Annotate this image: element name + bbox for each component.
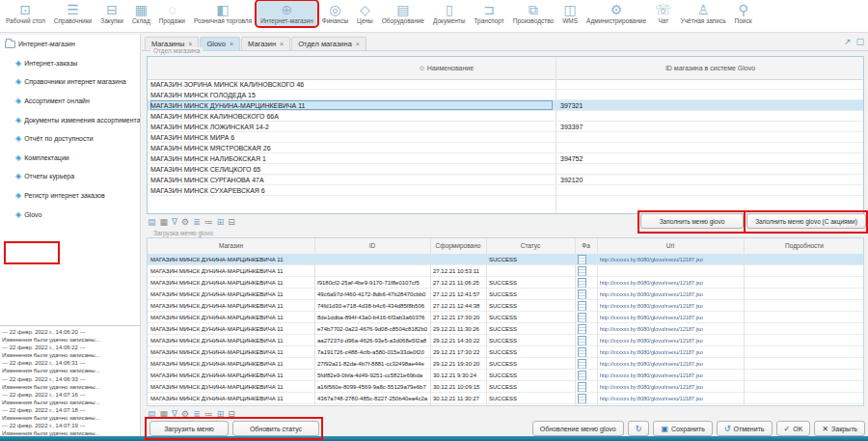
- toolbar-item-catalog[interactable]: ☰Справочники: [50, 1, 95, 26]
- menu-url-cell[interactable]: http://xxxxxx.by:8080/glovo/menu/12187.j…: [600, 289, 743, 299]
- menu-formed-cell[interactable]: 27.12.21 17:30:20: [433, 312, 485, 322]
- menu-column-header[interactable]: Url: [597, 242, 744, 249]
- menu-id-cell[interactable]: 7a191726-c488-4cfb-a580-015e33de0f20: [317, 346, 428, 357]
- menu-url-cell[interactable]: http://xxxxxx.by:8080/glovo/menu/12187.j…: [600, 277, 743, 288]
- file-icon[interactable]: [578, 278, 586, 288]
- menu-column-header[interactable]: Статус: [486, 242, 575, 249]
- menu-url-link[interactable]: http://xxxxxx.by:8080/glovo/menu/12187.j…: [600, 372, 703, 378]
- menu-url-cell[interactable]: http://xxxxxx.by:8080/glovo/menu/12187.j…: [600, 381, 743, 392]
- menu-url-cell[interactable]: [600, 265, 743, 276]
- menu-table-row[interactable]: МАГАЗИН МИНСК ДУНИНА-МАРЦИНКЕВИЧА 11a16f…: [148, 381, 863, 393]
- menu-shop-cell[interactable]: МАГАЗИН МИНСК ДУНИНА-МАРЦИНКЕВИЧА 11: [150, 254, 312, 264]
- menu-file-cell[interactable]: [578, 265, 595, 276]
- menu-details-cell[interactable]: [746, 381, 862, 392]
- table-row[interactable]: МАГАЗИН МИНСК СЕЛИЦКОГО 65: [148, 164, 863, 175]
- shop-glovo-id-cell[interactable]: [560, 164, 859, 174]
- shops-table[interactable]: ⊙ Наименование ID магазина в системе Glo…: [147, 56, 864, 214]
- menu-file-cell[interactable]: [578, 381, 595, 392]
- tab-отдел-магазина[interactable]: Отдел магазина×: [291, 37, 366, 50]
- menu-table-row[interactable]: МАГАЗИН МИНСК ДУНИНА-МАРЦИНКЕВИЧА 115fdf…: [148, 370, 863, 381]
- shop-glovo-id-cell[interactable]: 393397: [560, 122, 859, 131]
- toolbar-item-retail[interactable]: ◧Розничная торговля: [190, 1, 256, 26]
- column-header-glovo-id[interactable]: ID магазина в системе Glovo: [556, 65, 864, 71]
- file-icon[interactable]: [578, 347, 586, 357]
- menu-status-cell[interactable]: SUCCESS: [489, 393, 573, 403]
- file-icon[interactable]: [578, 382, 586, 392]
- menu-details-cell[interactable]: [746, 289, 862, 299]
- shop-name-cell[interactable]: МАГАЗИН МИНСК ДУНИНА-МАРЦИНКЕВИЧА 11: [150, 100, 553, 110]
- table-row[interactable]: МАГАЗИН МИНСК КАЛИНОВСКОГО 66А: [148, 111, 863, 122]
- shop-glovo-id-cell[interactable]: [560, 132, 859, 142]
- menu-file-cell[interactable]: [578, 370, 595, 380]
- menu-details-cell[interactable]: [746, 300, 862, 311]
- sidebar-item-отчеты-курьера[interactable]: ◈Отчеты курьера: [0, 167, 140, 186]
- file-icon[interactable]: [578, 336, 586, 345]
- shop-glovo-id-cell[interactable]: [560, 185, 859, 195]
- menu-shop-cell[interactable]: МАГАЗИН МИНСК ДУНИНА-МАРЦИНКЕВИЧА 11: [150, 335, 312, 345]
- menu-url-cell[interactable]: http://xxxxxx.by:8080/glovo/menu/12187.j…: [600, 346, 743, 357]
- menu-shop-cell[interactable]: МАГАЗИН МИНСК ДУНИНА-МАРЦИНКЕВИЧА 11: [150, 370, 312, 380]
- menu-details-cell[interactable]: [746, 277, 862, 288]
- menu-url-cell[interactable]: http://xxxxxx.by:8080/glovo/menu/12187.j…: [600, 323, 743, 334]
- menu-id-cell[interactable]: aa27237d-d96a-4626-93e5-a3d068e5f2a8: [317, 335, 428, 345]
- sidebar-item-интернет-заказы[interactable]: ◈Интернет-заказы: [0, 54, 140, 73]
- menu-status-cell[interactable]: SUCCESS: [489, 335, 573, 345]
- menu-table[interactable]: МагазинIDСформированоСтатусФаUrlПодробно…: [147, 237, 864, 406]
- shop-glovo-id-cell[interactable]: [560, 143, 859, 152]
- menu-id-cell[interactable]: 49c6a97d-f460-4172-8db6-47b28470cbb0: [317, 289, 428, 299]
- menu-table-row[interactable]: МАГАЗИН МИНСК ДУНИНА-МАРЦИНКЕВИЧА 118de1…: [148, 312, 863, 323]
- menu-file-cell[interactable]: [578, 404, 595, 406]
- menu-details-cell[interactable]: [746, 323, 862, 334]
- list1-icon[interactable]: ≣: [193, 217, 201, 227]
- sidebar-item-root[interactable]: Интернет-магазин: [0, 35, 140, 54]
- table-row[interactable]: МАГАЗИН МИНСК МИРА 6: [148, 132, 863, 143]
- menu-url-cell[interactable]: http://xxxxxx.by:8080/glovo/menu/12187.j…: [600, 335, 743, 345]
- toolbar-item-production[interactable]: ⧉Производство: [509, 1, 557, 26]
- toolbar-item-documents[interactable]: ▯Документы: [429, 1, 470, 26]
- menu-url-cell[interactable]: http://xxxxxx.by:8080/glovo/menu/12187.j…: [600, 393, 743, 403]
- menu-url-cell[interactable]: http://xxxxxx.by:8080/glovo/menu/12187.j…: [600, 312, 743, 322]
- menu-url-link[interactable]: http://xxxxxx.by:8080/glovo/menu/12187.j…: [600, 326, 703, 332]
- table-row[interactable]: МАГАЗИН МИНСК ГОЛОДЕДА 15: [148, 90, 863, 100]
- menu-table-row[interactable]: МАГАЗИН МИНСК ДУНИНА-МАРЦИНКЕВИЧА 11aa27…: [148, 335, 863, 346]
- menu-details-cell[interactable]: [746, 335, 862, 345]
- menu-id-cell[interactable]: [317, 254, 428, 264]
- menu-column-header[interactable]: Подробности: [744, 242, 864, 249]
- file-icon[interactable]: [578, 266, 586, 276]
- menu-id-cell[interactable]: 8de1ddba-894f-43a0-b416-6f3ab3a60376: [317, 312, 428, 322]
- file-icon[interactable]: [578, 324, 586, 334]
- menu-formed-cell[interactable]: 30.12.21 9:30:24: [433, 370, 485, 380]
- toolbar-item-chat[interactable]: ☏Чат: [651, 1, 676, 26]
- tab-close-icon[interactable]: ×: [188, 41, 192, 47]
- shop-name-cell[interactable]: МАГАЗИН МИНСК ГОЛОДЕДА 15: [150, 90, 553, 99]
- toolbar-item-equipment[interactable]: ▤Оборудование: [378, 1, 428, 26]
- table-row[interactable]: МАГАЗИН МИНСК СУХАРЕВСКАЯ 6: [148, 185, 863, 196]
- menu-status-cell[interactable]: SUCCESS: [489, 358, 573, 369]
- file-icon[interactable]: [578, 371, 586, 380]
- menu-table-row[interactable]: МАГАЗИН МИНСК ДУНИНА-МАРЦИНКЕВИЧА 114367…: [148, 393, 863, 404]
- exp2-icon[interactable]: ⊟: [228, 409, 235, 419]
- menu-status-cell[interactable]: SUCCESS: [489, 289, 573, 299]
- gear-icon[interactable]: ⚙: [181, 409, 189, 419]
- menu-table-row[interactable]: МАГАЗИН МИНСК ДУНИНА-МАРЦИНКЕВИЧА 11e74b…: [148, 323, 863, 335]
- menu-file-cell[interactable]: [578, 254, 595, 264]
- menu-file-cell[interactable]: [578, 277, 595, 288]
- menu-shop-cell[interactable]: МАГАЗИН МИНСК ДУНИНА-МАРЦИНКЕВИЧА 11: [150, 381, 312, 392]
- menu-file-cell[interactable]: [578, 323, 595, 334]
- shop-name-cell[interactable]: МАГАЗИН ЗОРИНА МИНСК КАЛИНОВСКОГО 46: [150, 79, 553, 89]
- menu-details-cell[interactable]: [746, 254, 862, 264]
- list1-icon[interactable]: ≣: [193, 409, 201, 419]
- filter-icon[interactable]: ∇: [172, 217, 177, 227]
- grid2-icon[interactable]: ▦: [160, 409, 169, 419]
- menu-url-link[interactable]: http://xxxxxx.by:8080/glovo/menu/12187.j…: [600, 303, 703, 309]
- menu-formed-cell[interactable]: 27.12.21 12:44:38: [433, 300, 485, 311]
- shop-name-cell[interactable]: МАГАЗИН МИНСК СУХАРЕВСКАЯ 6: [150, 185, 553, 195]
- menu-column-header[interactable]: Фа: [575, 242, 597, 249]
- menu-status-cell[interactable]: [489, 404, 573, 406]
- menu-id-cell[interactable]: [317, 265, 428, 276]
- refresh-button[interactable]: ↻: [628, 421, 650, 436]
- exp1-icon[interactable]: ⊞: [217, 217, 225, 227]
- exp1-icon[interactable]: ⊞: [217, 409, 225, 419]
- sidebar-item-регистр-интернет-заказов[interactable]: ◈Регистр интернет заказов: [0, 186, 140, 206]
- menu-formed-cell[interactable]: 30.12.21 11:30:27: [433, 393, 485, 403]
